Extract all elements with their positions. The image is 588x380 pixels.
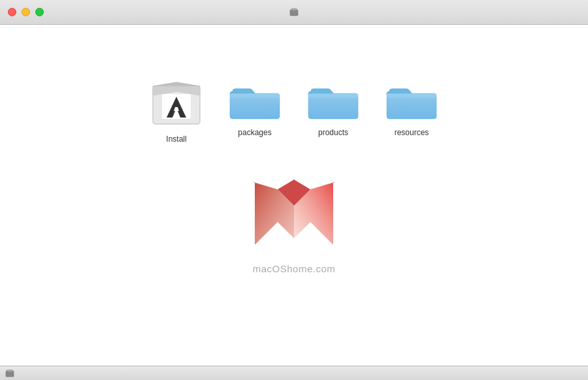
- file-label-products: products: [318, 128, 348, 137]
- window-content: Install: [0, 25, 588, 366]
- window-title-area: [289, 7, 299, 18]
- watermark-text: macOShome.com: [253, 263, 336, 274]
- file-item-install[interactable]: Install: [150, 77, 203, 144]
- file-label-resources: resources: [395, 128, 429, 137]
- folder-icon-resources: [385, 77, 438, 123]
- title-bar: [0, 0, 588, 25]
- status-drive-icon: [5, 369, 14, 378]
- svg-rect-1: [291, 8, 297, 10]
- drive-icon: [289, 7, 299, 18]
- folder-icon-products: [307, 77, 359, 123]
- svg-rect-0: [290, 10, 298, 16]
- traffic-lights: [8, 8, 44, 16]
- maximize-button[interactable]: [35, 8, 44, 16]
- adobe-installer-icon: [150, 77, 203, 129]
- minimize-button[interactable]: [22, 8, 30, 16]
- folder-icon-packages: [229, 77, 281, 123]
- gmail-logo-icon: [235, 170, 353, 258]
- file-item-packages[interactable]: packages: [229, 77, 281, 137]
- status-bar: [0, 366, 588, 380]
- watermark-area: macOShome.com: [235, 170, 353, 274]
- svg-rect-5: [7, 370, 12, 372]
- close-button[interactable]: [8, 8, 16, 16]
- file-label-install: Install: [166, 135, 186, 144]
- file-item-resources[interactable]: resources: [385, 77, 438, 137]
- file-label-packages: packages: [238, 128, 271, 137]
- files-grid: Install: [0, 25, 588, 157]
- file-item-products[interactable]: products: [307, 77, 359, 137]
